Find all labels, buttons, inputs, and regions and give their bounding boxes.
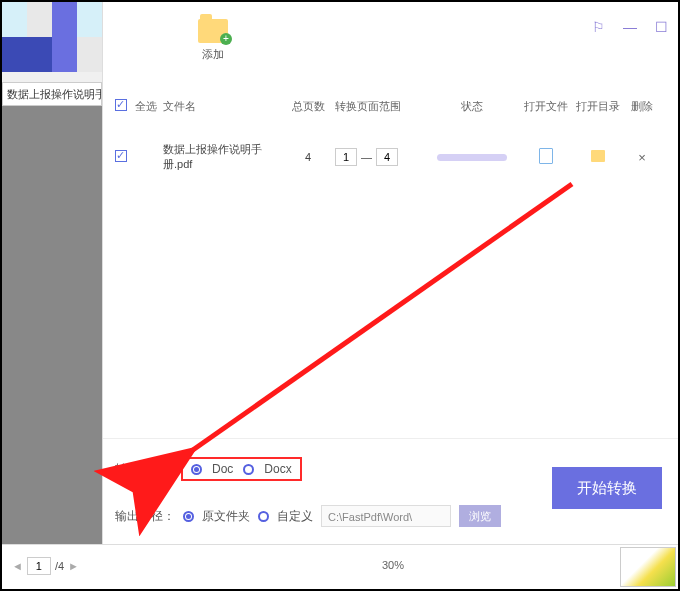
app-logo-tiles: [2, 2, 102, 72]
table-header: 全选 文件名 总页数 转换页面范围 状态 打开文件 打开目录 删除: [103, 92, 678, 120]
status-strip: ◄ /4 ► 30%: [2, 544, 678, 589]
toolbar: + 添加 ⚐ — ☐: [103, 14, 678, 82]
row-pages: 4: [281, 151, 335, 163]
bottom-panel: 转化格式： Doc Docx 输出路径： 原文件夹 自定义 C:\FastPdf…: [103, 438, 678, 548]
page-total: /4: [55, 560, 64, 572]
output-label: 输出路径：: [115, 508, 175, 525]
select-all-checkbox[interactable]: [115, 99, 127, 111]
add-file-button[interactable]: + 添加: [198, 19, 228, 62]
browse-button[interactable]: 浏览: [459, 505, 501, 527]
format-docx-radio[interactable]: [243, 464, 254, 475]
open-file-icon[interactable]: [539, 148, 553, 164]
row-checkbox[interactable]: [115, 150, 127, 162]
format-radio-group: Doc Docx: [181, 457, 302, 481]
range-to-input[interactable]: [376, 148, 398, 166]
header-delete: 删除: [623, 99, 661, 114]
open-folder-icon[interactable]: [591, 150, 605, 162]
page-navigator: ◄ /4 ►: [12, 557, 79, 575]
sidebar-preview-area: [2, 106, 102, 548]
output-source-label: 原文件夹: [202, 508, 250, 525]
row-filename: 数据上报操作说明手册.pdf: [161, 142, 281, 172]
header-select-all: 全选: [135, 99, 161, 114]
table-row: 数据上报操作说明手册.pdf 4 — ×: [103, 142, 678, 172]
format-doc-label: Doc: [212, 462, 233, 476]
format-doc-radio[interactable]: [191, 464, 202, 475]
output-path-input[interactable]: C:\FastPdf\Word\: [321, 505, 451, 527]
output-custom-label: 自定义: [277, 508, 313, 525]
row-range: —: [335, 148, 425, 166]
format-docx-label: Docx: [264, 462, 291, 476]
header-status: 状态: [425, 99, 519, 114]
page-current-input[interactable]: [27, 557, 51, 575]
row-progress-bar: [437, 154, 507, 161]
zoom-level: 30%: [382, 559, 404, 571]
add-file-label: 添加: [198, 47, 228, 62]
sidebar-document-tab[interactable]: 数据上报操作说明手册.p: [2, 82, 102, 106]
header-pages: 总页数: [281, 99, 335, 114]
header-range: 转换页面范围: [335, 99, 425, 114]
header-open-dir: 打开目录: [573, 99, 623, 114]
header-open-file: 打开文件: [519, 99, 573, 114]
feedback-icon[interactable]: ⚐: [592, 19, 605, 35]
header-filename: 文件名: [161, 99, 281, 114]
maximize-icon[interactable]: ☐: [655, 19, 668, 35]
format-label: 转化格式：: [115, 461, 175, 478]
output-row: 输出路径： 原文件夹 自定义 C:\FastPdf\Word\ 浏览: [115, 505, 518, 527]
window-controls: ⚐ — ☐: [592, 19, 668, 35]
range-from-input[interactable]: [335, 148, 357, 166]
thumbnail-image: [620, 547, 676, 587]
page-next-icon[interactable]: ►: [68, 560, 79, 572]
minimize-icon[interactable]: —: [623, 19, 637, 35]
output-source-radio[interactable]: [183, 511, 194, 522]
format-row: 转化格式： Doc Docx: [115, 457, 302, 481]
range-dash: —: [361, 151, 372, 163]
delete-row-icon[interactable]: ×: [638, 150, 646, 165]
start-convert-button[interactable]: 开始转换: [552, 467, 662, 509]
output-custom-radio[interactable]: [258, 511, 269, 522]
main-panel: + 添加 ⚐ — ☐ 全选 文件名 总页数 转换页面范围 状态 打开文件 打开目…: [102, 2, 678, 548]
folder-plus-icon: +: [198, 19, 228, 43]
page-prev-icon[interactable]: ◄: [12, 560, 23, 572]
